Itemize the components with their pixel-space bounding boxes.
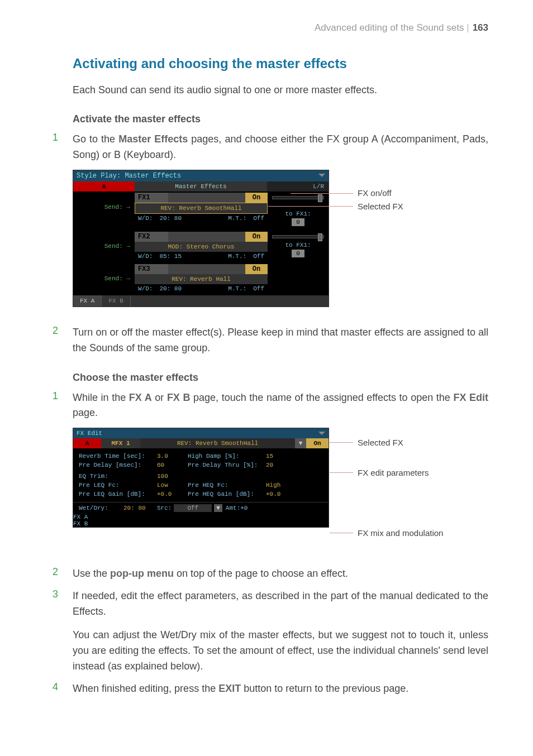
- fx-parameters: Reverb Time [sec]:3.0High Damp [%]:15Pre…: [73, 448, 329, 502]
- param-label: Pre HEQ Gain [dB]:: [188, 491, 266, 497]
- fx2-label: FX2: [135, 232, 168, 242]
- fx2-name[interactable]: MOD: Stereo Chorus: [135, 242, 268, 252]
- send-slider[interactable]: [272, 235, 324, 238]
- fx3-name[interactable]: REV: Reverb Hall: [135, 274, 268, 284]
- master-effects-label: Master Effects: [135, 181, 267, 192]
- fx3-wd-label: W/D:: [138, 285, 153, 292]
- screenshot-master-effects: Style Play: Master Effects A Master Effe…: [73, 170, 329, 307]
- fx-on-button[interactable]: On: [306, 438, 329, 448]
- param-label: EQ Trim:: [79, 473, 157, 480]
- menu-icon[interactable]: [318, 432, 325, 435]
- fx1-mt-label: M.T.:: [228, 215, 246, 222]
- window-titlebar: Style Play: Master Effects: [73, 170, 329, 181]
- fx1-mt-value[interactable]: Off: [253, 215, 264, 222]
- step-text: If needed, edit the effect parameters, a…: [73, 588, 488, 674]
- tofx-label: to FX1:: [272, 210, 324, 217]
- callout-fx-onoff: FX on/off: [358, 188, 392, 198]
- send-label: Send:: [104, 243, 123, 250]
- callout-selected-fx: Selected FX: [358, 202, 403, 211]
- param-label: Pre LEQ Gain [dB]:: [79, 491, 157, 497]
- figure-master-effects: Style Play: Master Effects A Master Effe…: [73, 170, 488, 315]
- param-value[interactable]: 60: [157, 462, 188, 468]
- wetdry-value[interactable]: 20: 80: [123, 505, 157, 511]
- fx2-wd-label: W/D:: [138, 253, 153, 260]
- step-number: 4: [50, 681, 73, 693]
- group-tab-a[interactable]: A: [73, 438, 101, 448]
- tab-fxb[interactable]: FX B: [73, 520, 329, 527]
- subheading-choose: Choose the master effects: [73, 372, 488, 384]
- screenshot-fx-edit: FX Edit A MFX 1 REV: Reverb SmoothHall ▼…: [73, 428, 329, 528]
- tab-fxb[interactable]: FX B: [102, 295, 130, 307]
- tab-fxa[interactable]: FX A: [73, 514, 329, 520]
- fx3-mt-label: M.T.:: [228, 285, 246, 292]
- tofx-value[interactable]: 0: [292, 218, 304, 226]
- fx3-mt-value[interactable]: Off: [253, 285, 264, 292]
- page-header: Advanced editing of the Sound sets |163: [50, 22, 488, 34]
- fx3-on-button[interactable]: On: [245, 264, 268, 274]
- param-value[interactable]: Low: [157, 482, 188, 489]
- fx2-mt-label: M.T.:: [228, 253, 246, 260]
- param-value[interactable]: +0.0: [157, 491, 188, 497]
- callout-fx-mix: FX mix and modulation: [358, 528, 443, 538]
- src-value[interactable]: Off: [174, 504, 212, 512]
- intro-text: Each Sound can send its audio signal to …: [73, 83, 488, 98]
- param-value[interactable]: 100: [157, 473, 188, 480]
- wetdry-label: Wet/Dry:: [79, 505, 123, 511]
- param-label: Pre HEQ Fc:: [188, 482, 266, 489]
- step-number: 3: [50, 588, 73, 600]
- dropdown-icon[interactable]: ▼: [295, 438, 306, 448]
- fx2-wd-value[interactable]: 85: 15: [159, 253, 182, 260]
- fx1-wd-value[interactable]: 20: 80: [159, 215, 182, 222]
- param-label: Pre Delay Thru [%]:: [188, 462, 266, 468]
- amt-value[interactable]: Amt:+0: [226, 505, 248, 511]
- page-number: 163: [473, 22, 488, 33]
- step-5: 3 If needed, edit the effect parameters,…: [50, 588, 488, 674]
- dropdown-icon[interactable]: ▼: [214, 504, 222, 512]
- arrow-icon: →: [126, 204, 130, 210]
- fx-name-selector[interactable]: REV: Reverb SmoothHall: [140, 438, 295, 448]
- fx3-label: FX3: [135, 264, 168, 274]
- param-label: Pre Delay [msec]:: [79, 462, 157, 468]
- step-2: 2 Turn on or off the master effect(s). P…: [50, 325, 488, 356]
- param-value[interactable]: +0.0: [266, 491, 294, 497]
- window-title: FX Edit: [77, 430, 102, 437]
- fx2-mt-value[interactable]: Off: [253, 253, 264, 260]
- step-number: 2: [50, 325, 73, 337]
- fx3-wd-value[interactable]: 20: 80: [159, 285, 182, 292]
- step-text: While in the FX A or FX B page, touch th…: [73, 390, 488, 422]
- fx1-name[interactable]: REV: Reverb SmoothHall: [135, 203, 268, 214]
- fx2-on-button[interactable]: On: [245, 232, 268, 242]
- arrow-icon: →: [126, 275, 130, 282]
- param-label: [188, 473, 266, 480]
- param-value[interactable]: 15: [266, 453, 294, 460]
- header-title: Advanced editing of the Sound sets: [315, 22, 464, 33]
- param-label: Pre LEQ Fc:: [79, 482, 157, 489]
- fx1-on-button[interactable]: On: [245, 193, 268, 203]
- callout-selected-fx: Selected FX: [358, 438, 403, 447]
- step-number: 1: [50, 390, 73, 402]
- step-4: 2 Use the pop-up menu on top of the page…: [50, 566, 488, 582]
- group-tab-a[interactable]: A: [73, 181, 135, 192]
- step-text: When finished editing, press the EXIT bu…: [73, 681, 488, 697]
- step-text: Go to the Master Effects pages, and choo…: [73, 132, 488, 163]
- param-value[interactable]: 3.0: [157, 453, 188, 460]
- send-label: Send:: [104, 275, 123, 282]
- param-value[interactable]: [266, 473, 294, 480]
- param-label: High Damp [%]:: [188, 453, 266, 460]
- step-text: Use the pop-up menu on top of the page t…: [73, 566, 488, 582]
- mfx-label: MFX 1: [101, 438, 140, 448]
- window-title: Style Play: Master Effects: [77, 172, 181, 180]
- param-value[interactable]: 20: [266, 462, 294, 468]
- lr-slider[interactable]: [272, 196, 324, 199]
- figure-fx-edit: FX Edit A MFX 1 REV: Reverb SmoothHall ▼…: [73, 428, 488, 556]
- menu-icon[interactable]: [318, 174, 325, 177]
- send-label: Send:: [104, 204, 123, 210]
- src-label: Src:: [157, 505, 172, 511]
- param-value[interactable]: High: [266, 482, 294, 489]
- lr-label: L/R: [267, 181, 329, 192]
- tab-fxa[interactable]: FX A: [73, 295, 102, 307]
- tofx-value[interactable]: 0: [292, 250, 304, 257]
- subheading-activate: Activate the master effects: [73, 113, 488, 125]
- window-titlebar: FX Edit: [73, 428, 329, 438]
- fx1-label: FX1: [135, 193, 168, 203]
